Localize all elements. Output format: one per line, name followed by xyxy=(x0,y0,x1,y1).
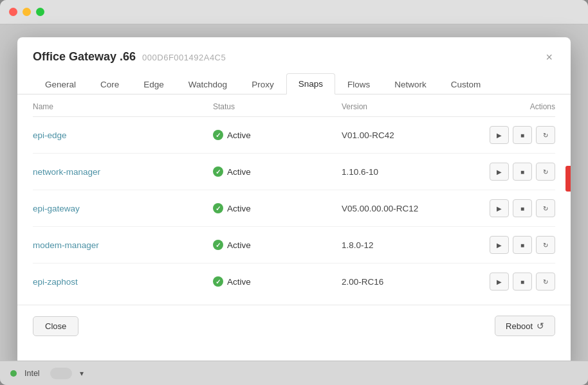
window-maximize-btn[interactable] xyxy=(36,8,44,16)
refresh-button-3[interactable]: ↻ xyxy=(536,236,555,254)
modal-dialog: Office Gateway .66 000D6F001492A4C5 × Ge… xyxy=(17,37,571,372)
col-header-version: Version xyxy=(342,102,465,111)
snaps-table-container: Name Status Version Actions epi-edge Act… xyxy=(17,94,571,300)
mac-content: Office Gateway .66 000D6F001492A4C5 × Ge… xyxy=(0,24,588,385)
refresh-button-1[interactable]: ↻ xyxy=(536,163,555,181)
snap-status-3: Active xyxy=(213,240,342,250)
snap-version-4: 2.00-RC16 xyxy=(342,277,465,287)
play-button-4[interactable]: ▶ xyxy=(490,273,509,291)
refresh-button-0[interactable]: ↻ xyxy=(536,126,555,144)
stop-button-4[interactable]: ■ xyxy=(513,273,532,291)
refresh-button-2[interactable]: ↻ xyxy=(536,199,555,217)
tab-flows[interactable]: Flows xyxy=(335,74,382,94)
tab-network[interactable]: Network xyxy=(382,74,439,94)
play-button-3[interactable]: ▶ xyxy=(490,236,509,254)
reboot-label: Reboot xyxy=(506,321,533,331)
snap-version-0: V01.00-RC42 xyxy=(342,130,465,140)
modal-footer: Close Reboot ↺ xyxy=(17,305,571,346)
stop-button-3[interactable]: ■ xyxy=(513,236,532,254)
status-active-icon-3 xyxy=(213,240,223,250)
snap-status-4: Active xyxy=(213,276,342,287)
status-active-icon-0 xyxy=(213,130,223,140)
snap-status-2: Active xyxy=(213,203,342,213)
tab-watchdog[interactable]: Watchdog xyxy=(176,74,239,94)
tab-custom[interactable]: Custom xyxy=(439,74,493,94)
snap-name-3[interactable]: modem-manager xyxy=(33,240,213,250)
snap-actions-3: ▶ ■ ↻ xyxy=(465,236,555,254)
snap-actions-0: ▶ ■ ↻ xyxy=(465,126,555,144)
stop-button-2[interactable]: ■ xyxy=(513,199,532,217)
modal-title-sub: 000D6F001492A4C5 xyxy=(142,53,226,62)
snap-version-2: V05.00.00.00-RC12 xyxy=(342,204,465,213)
modal-title-main: Office Gateway .66 xyxy=(33,50,136,64)
tab-proxy[interactable]: Proxy xyxy=(239,74,286,94)
modal-header: Office Gateway .66 000D6F001492A4C5 × xyxy=(17,37,571,64)
tab-core[interactable]: Core xyxy=(88,74,131,94)
tab-snaps[interactable]: Snaps xyxy=(286,73,335,94)
bottom-bar: Intel ▾ xyxy=(0,361,588,385)
stop-button-1[interactable]: ■ xyxy=(513,163,532,181)
snap-name-0[interactable]: epi-edge xyxy=(33,130,213,140)
table-header: Name Status Version Actions xyxy=(33,94,555,117)
col-header-status: Status xyxy=(213,102,342,111)
status-active-icon-2 xyxy=(213,203,223,213)
tabs-container: General Core Edge Watchdog Proxy Snaps F… xyxy=(17,64,571,94)
stop-button-0[interactable]: ■ xyxy=(513,126,532,144)
bottom-toggle[interactable] xyxy=(50,368,72,379)
status-dot xyxy=(10,370,17,377)
modal-close-button[interactable]: × xyxy=(543,51,555,63)
tab-general[interactable]: General xyxy=(33,74,88,94)
table-row: epi-edge Active V01.00-RC42 ▶ ■ ↻ xyxy=(33,117,555,154)
modal-title: Office Gateway .66 000D6F001492A4C5 xyxy=(33,50,226,64)
close-button[interactable]: Close xyxy=(33,316,78,336)
bottom-label: Intel xyxy=(24,369,40,378)
play-button-0[interactable]: ▶ xyxy=(490,126,509,144)
bottom-dropdown[interactable]: ▾ xyxy=(80,369,84,378)
reboot-icon: ↺ xyxy=(537,321,544,331)
snap-status-0: Active xyxy=(213,130,342,140)
snap-name-2[interactable]: epi-gateway xyxy=(33,204,213,213)
table-row: epi-gateway Active V05.00.00.00-RC12 ▶ ■… xyxy=(33,190,555,227)
refresh-button-4[interactable]: ↻ xyxy=(536,273,555,291)
status-active-icon-1 xyxy=(213,166,223,177)
mac-titlebar xyxy=(0,0,588,24)
table-row: epi-zaphost Active 2.00-RC16 ▶ ■ ↻ xyxy=(33,264,555,300)
snap-version-3: 1.8.0-12 xyxy=(342,240,465,250)
snap-name-1[interactable]: network-manager xyxy=(33,167,213,177)
tab-edge[interactable]: Edge xyxy=(131,74,176,94)
reboot-button[interactable]: Reboot ↺ xyxy=(495,316,555,336)
table-row: modem-manager Active 1.8.0-12 ▶ ■ ↻ xyxy=(33,227,555,264)
snap-name-4[interactable]: epi-zaphost xyxy=(33,277,213,287)
play-button-2[interactable]: ▶ xyxy=(490,199,509,217)
window-minimize-btn[interactable] xyxy=(23,8,31,16)
col-header-actions: Actions xyxy=(465,102,555,111)
window-close-btn[interactable] xyxy=(9,8,17,16)
snap-actions-1: ▶ ■ ↻ xyxy=(465,163,555,181)
snap-version-1: 1.10.6-10 xyxy=(342,167,465,177)
status-active-icon-4 xyxy=(213,276,223,287)
side-tab xyxy=(565,166,571,192)
col-header-name: Name xyxy=(33,102,213,111)
table-row: network-manager Active 1.10.6-10 ▶ ■ ↻ xyxy=(33,154,555,190)
snap-actions-4: ▶ ■ ↻ xyxy=(465,273,555,291)
mac-window: Office Gateway .66 000D6F001492A4C5 × Ge… xyxy=(0,0,588,385)
snap-actions-2: ▶ ■ ↻ xyxy=(465,199,555,217)
snap-status-1: Active xyxy=(213,166,342,177)
play-button-1[interactable]: ▶ xyxy=(490,163,509,181)
